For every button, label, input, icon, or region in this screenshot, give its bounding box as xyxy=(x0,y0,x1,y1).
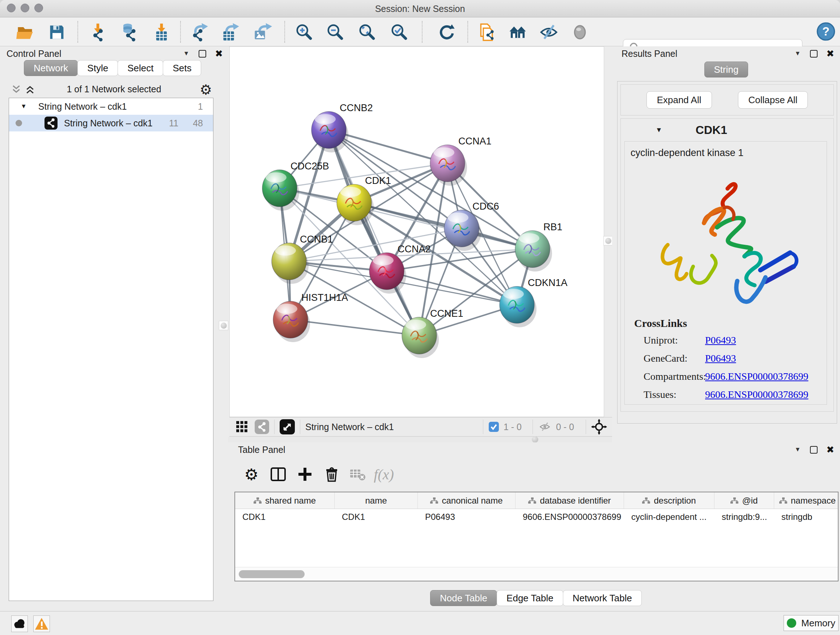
export-network-icon[interactable] xyxy=(189,22,209,42)
toolbar-separator xyxy=(467,21,468,43)
zoom-out-icon[interactable] xyxy=(325,22,345,42)
table-row[interactable]: CDK1CDK1P064939606.ENSP00000378699cyclin… xyxy=(235,509,838,525)
table-panel-close-icon[interactable]: ✖ xyxy=(826,444,834,455)
selected-checkbox-icon[interactable] xyxy=(488,421,499,432)
control-panel-close-icon[interactable]: ✖ xyxy=(215,48,223,59)
zoom-fit-icon[interactable] xyxy=(357,22,377,42)
network-canvas[interactable]: CCNB2CCNA1CDC25BCDK1CDC6RB1CCNB1CCNA2CDK… xyxy=(229,46,604,417)
help-icon[interactable]: ? xyxy=(816,22,836,41)
network-node-CDC6[interactable]: CDC6 xyxy=(444,201,499,251)
tab-network[interactable]: Network xyxy=(24,60,78,76)
network-graph[interactable]: CCNB2CCNA1CDC25BCDK1CDC6RB1CCNB1CCNA2CDK… xyxy=(230,47,605,417)
network-selection-row: 1 of 1 Network selected ⚙ xyxy=(0,81,228,97)
network-row-selected[interactable]: String Network – cdk1 11 48 xyxy=(9,115,213,131)
expand-all-button[interactable]: Expand All xyxy=(646,91,712,109)
column-header-@id[interactable]: @id xyxy=(714,492,774,509)
results-panel-splitter-handle[interactable] xyxy=(603,236,613,245)
warnings-button[interactable] xyxy=(33,616,50,632)
hidden-eye-slash-icon[interactable] xyxy=(538,421,552,433)
control-panel-title: Control Panel xyxy=(6,49,61,59)
column-header-shared-name[interactable]: shared name xyxy=(235,492,335,509)
tab-style[interactable]: Style xyxy=(77,60,118,76)
delete-table-icon xyxy=(347,464,368,485)
column-type-icon xyxy=(779,497,787,504)
network-node-HIST1H1A[interactable]: HIST1H1A xyxy=(273,292,348,342)
network-node-count: 11 xyxy=(169,118,178,128)
table-panel-menu-icon[interactable]: ▼ xyxy=(794,446,801,453)
network-node-CCNA1[interactable]: CCNA1 xyxy=(430,136,492,186)
open-session-icon[interactable] xyxy=(15,22,35,42)
gene-section: ▼ CDK1 cyclin-dependent kinase 1 xyxy=(621,119,834,412)
delete-column-icon[interactable] xyxy=(321,464,342,485)
open-in-new-window-icon[interactable] xyxy=(279,419,295,434)
tab-sets[interactable]: Sets xyxy=(163,60,201,76)
network-node-CDK1[interactable]: CDK1 xyxy=(337,175,391,225)
cloud-button[interactable] xyxy=(11,616,28,632)
column-header-description[interactable]: description xyxy=(624,492,714,509)
cloud-icon xyxy=(12,618,27,630)
control-panel-splitter-handle[interactable] xyxy=(219,321,228,330)
results-panel-float-icon[interactable] xyxy=(810,50,818,57)
string-home-icon[interactable] xyxy=(508,22,527,42)
memory-button[interactable]: Memory xyxy=(783,615,838,631)
network-node-CCNB2[interactable]: CCNB2 xyxy=(311,103,373,152)
column-header-canonical-name[interactable]: canonical name xyxy=(418,492,515,509)
tree-expander-icon[interactable]: ▼ xyxy=(21,103,27,110)
control-panel-float-icon[interactable] xyxy=(199,50,206,57)
control-panel-tabs: NetworkStyleSelectSets xyxy=(24,60,201,76)
column-header-database-identifier[interactable]: database identifier xyxy=(515,492,624,509)
tab-select[interactable]: Select xyxy=(118,60,163,76)
string-tab-badge-icon[interactable] xyxy=(255,420,269,434)
import-network-icon[interactable] xyxy=(88,22,108,42)
save-session-icon[interactable] xyxy=(47,22,66,42)
network-node-CCNE1[interactable]: CCNE1 xyxy=(402,308,463,358)
crosslink-link[interactable]: P06493 xyxy=(705,334,736,346)
crosslink-link[interactable]: 9606.ENSP00000378699 xyxy=(705,371,808,382)
export-image-icon[interactable] xyxy=(253,22,272,42)
app-window: Session: New Session xyxy=(0,0,840,635)
column-type-icon xyxy=(730,497,738,504)
network-collection-row[interactable]: ▼ String Network – cdk1 1 xyxy=(9,98,213,115)
refresh-icon[interactable] xyxy=(437,22,456,42)
zoom-selected-icon[interactable] xyxy=(389,22,409,42)
control-panel-menu-icon[interactable]: ▼ xyxy=(183,50,189,57)
table-panel-splitter-handle[interactable] xyxy=(532,436,538,443)
network-options-gear-icon[interactable]: ⚙ xyxy=(200,82,212,98)
results-panel-menu-icon[interactable]: ▼ xyxy=(794,50,801,57)
gene-section-expander-icon[interactable]: ▼ xyxy=(655,126,662,134)
fit-content-crosshair-icon[interactable] xyxy=(591,419,607,435)
column-header-namespace[interactable]: namespace xyxy=(774,492,838,509)
add-column-icon[interactable] xyxy=(294,464,316,485)
crosslink-link[interactable]: P06493 xyxy=(705,353,736,364)
tab-edge-table[interactable]: Edge Table xyxy=(497,590,563,606)
export-table-icon[interactable] xyxy=(221,22,240,42)
node-label-RB1: RB1 xyxy=(543,222,562,233)
table-cell: cyclin-dependent ... xyxy=(624,509,714,525)
column-header-name[interactable]: name xyxy=(335,492,418,509)
results-panel-close-icon[interactable]: ✖ xyxy=(826,48,834,59)
crosslink-link[interactable]: 9606.ENSP00000378699 xyxy=(705,389,808,401)
tab-string[interactable]: String xyxy=(704,62,748,78)
table-gear-icon[interactable]: ⚙ xyxy=(241,464,262,485)
crosslink-row: Compartments:9606.ENSP00000378699 xyxy=(634,371,827,382)
import-database-icon[interactable] xyxy=(118,22,138,42)
node-table[interactable]: shared namenamecanonical namedatabase id… xyxy=(234,492,838,581)
memory-status-icon xyxy=(787,618,796,628)
birds-eye-grid-icon[interactable] xyxy=(236,421,248,433)
hidden-counts: 0 - 0 xyxy=(556,422,574,432)
tab-node-table[interactable]: Node Table xyxy=(430,590,497,606)
network-node-CDC25B[interactable]: CDC25B xyxy=(262,161,329,211)
network-node-RB1[interactable]: RB1 xyxy=(515,222,562,272)
import-table-icon[interactable] xyxy=(152,22,172,42)
clone-network-icon[interactable] xyxy=(477,22,496,42)
show-columns-icon[interactable] xyxy=(268,464,289,485)
hide-glass-icon[interactable] xyxy=(539,22,559,42)
network-node-CDKN1A[interactable]: CDKN1A xyxy=(500,277,568,327)
scrollbar-thumb[interactable] xyxy=(239,570,305,578)
table-panel-float-icon[interactable] xyxy=(810,446,818,454)
zoom-in-icon[interactable] xyxy=(294,22,314,42)
crosslink-row: GeneCard:P06493 xyxy=(634,353,827,364)
table-horizontal-scrollbar[interactable] xyxy=(235,567,838,581)
collapse-all-button[interactable]: Collapse All xyxy=(738,91,808,109)
tab-network-table[interactable]: Network Table xyxy=(563,590,642,606)
